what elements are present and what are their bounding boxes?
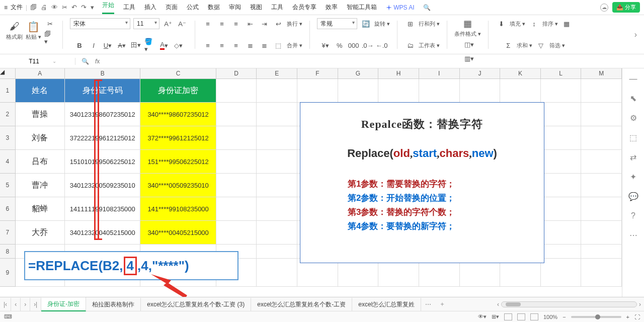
align-left-icon[interactable]: ≡ [202, 40, 213, 51]
cell[interactable]: 340****00509235010 [140, 174, 216, 197]
cloud-icon[interactable]: ☁ [600, 4, 608, 12]
underline-icon[interactable]: U▾ [102, 40, 113, 51]
col-head[interactable]: H [378, 68, 419, 78]
bold-icon[interactable]: B [74, 40, 85, 51]
tab-formula[interactable]: 公式 [187, 3, 199, 12]
cell[interactable] [216, 150, 257, 174]
fx-icon[interactable]: fx [95, 58, 100, 65]
sum-icon[interactable]: Σ [503, 40, 514, 51]
percent-icon[interactable]: % [334, 40, 345, 51]
zoom-slider[interactable] [571, 316, 621, 318]
menu-icon[interactable]: ≡ [4, 4, 8, 11]
undo-icon[interactable]: ↶ [71, 4, 77, 11]
cell[interactable] [541, 79, 582, 103]
align-bot-icon[interactable]: ≡ [230, 18, 242, 29]
paste-icon[interactable]: 📋 [28, 21, 39, 32]
cell[interactable] [541, 197, 582, 221]
cell[interactable] [257, 103, 297, 126]
cell[interactable] [541, 221, 582, 245]
format-painter-icon[interactable]: 🖌 [9, 21, 20, 32]
cell[interactable]: 身份证号码 [65, 79, 140, 103]
sp-tools-icon[interactable]: ✦ [630, 172, 636, 182]
cell[interactable]: 151****99506225012 [140, 150, 216, 174]
fill-color-icon[interactable]: 🪣▾ [144, 40, 155, 51]
decrease-font-icon[interactable]: A⁻ [177, 18, 188, 29]
cell[interactable] [216, 126, 257, 150]
row-head[interactable]: 7 [0, 221, 16, 245]
col-head[interactable]: C [140, 68, 216, 78]
cell[interactable] [541, 259, 582, 287]
row-head[interactable]: 8 [0, 245, 16, 259]
tab-insert[interactable]: 插入 [144, 3, 156, 12]
cell[interactable] [216, 221, 257, 245]
hscroll-left-icon[interactable]: ‹ [497, 301, 499, 308]
share-button[interactable]: 📤 分享 [612, 2, 640, 13]
sp-translate-icon[interactable]: ⇄ [630, 152, 636, 162]
tab-tools2[interactable]: 工具 [271, 3, 283, 12]
name-box-input[interactable] [19, 58, 49, 65]
font-name-select[interactable]: 宋体 [70, 18, 130, 29]
fx-cancel-icon[interactable]: 🔍 [82, 58, 89, 65]
qat-icon[interactable]: 👁 [51, 4, 58, 11]
copy-icon[interactable]: 🗐 ▾ [44, 32, 55, 43]
hscroll-right-icon[interactable]: › [639, 301, 641, 308]
zoom-in-icon[interactable]: + [626, 314, 629, 320]
tab-efficiency[interactable]: 效率 [326, 3, 338, 12]
col-head[interactable]: D [216, 68, 257, 78]
sp-settings-icon[interactable]: ⚙ [630, 113, 637, 123]
cell[interactable] [378, 79, 419, 103]
cell[interactable] [541, 150, 582, 174]
ribbon-more-icon[interactable]: › [631, 30, 640, 39]
horizontal-scrollbar[interactable] [501, 301, 637, 307]
cell[interactable] [460, 79, 501, 103]
select-all-corner[interactable]: ◢ [0, 68, 16, 78]
cell[interactable] [581, 79, 622, 103]
style2-icon[interactable]: ▥▾ [464, 53, 475, 64]
col-head[interactable]: B [65, 68, 140, 78]
redo-icon[interactable]: ↷ [81, 4, 87, 11]
cell[interactable] [581, 221, 622, 245]
cell[interactable]: 刘备 [16, 126, 65, 150]
cell[interactable] [541, 245, 582, 259]
row-head[interactable]: 4 [0, 150, 16, 174]
cell[interactable]: 曹冲 [16, 174, 65, 197]
cell[interactable] [216, 174, 257, 197]
row-head[interactable]: 1 [0, 79, 16, 103]
italic-icon[interactable]: I [88, 40, 99, 51]
cell[interactable]: 372222199612125012 [65, 126, 140, 150]
tab-view[interactable]: 视图 [250, 3, 262, 12]
tab-page[interactable]: 页面 [166, 3, 178, 12]
cell[interactable]: 吕布 [16, 150, 65, 174]
cell[interactable] [581, 197, 622, 221]
tab-nav-prev-icon[interactable]: ‹ [11, 298, 21, 311]
fullscreen-icon[interactable]: ⛶ [634, 314, 640, 320]
row-head[interactable]: 3 [0, 126, 16, 150]
row-head[interactable]: 9 [0, 259, 16, 287]
cell[interactable]: 曹操 [16, 103, 65, 126]
dec-inc-icon[interactable]: .0→ [362, 40, 373, 51]
zoom-value[interactable]: 100% [543, 314, 557, 320]
col-head[interactable]: L [541, 68, 582, 78]
indent-inc-icon[interactable]: ⇥ [259, 18, 270, 29]
row-head[interactable]: 5 [0, 174, 16, 197]
sheet-tab-active[interactable]: 身份证-加密 [41, 297, 86, 311]
sp-help-icon[interactable]: ? [631, 211, 635, 220]
cell[interactable]: 151010199506225012 [65, 150, 140, 174]
cell[interactable] [257, 79, 297, 103]
wps-ai-button[interactable]: WPS AI [386, 4, 414, 11]
increase-font-icon[interactable]: A⁺ [163, 18, 174, 29]
cell[interactable] [581, 150, 622, 174]
worksheet-icon[interactable]: 🗂 [405, 40, 416, 51]
sp-select-icon[interactable]: ⬉ [630, 94, 636, 103]
cell[interactable] [257, 221, 297, 245]
cell[interactable] [257, 174, 297, 197]
cell[interactable] [257, 150, 297, 174]
view-eye-icon[interactable]: 👁▾ [478, 313, 487, 320]
zoom-out-icon[interactable]: − [562, 314, 566, 320]
cell[interactable] [581, 245, 622, 259]
col-head[interactable]: I [419, 68, 460, 78]
col-head[interactable]: E [257, 68, 297, 78]
spreadsheet-grid[interactable]: ◢ A B C D E F G H I J K L M 1 姓名 身份证号码 身… [0, 68, 622, 297]
sort-icon[interactable]: ↕ [528, 18, 539, 29]
number-format-select[interactable]: 常规 [317, 18, 357, 29]
